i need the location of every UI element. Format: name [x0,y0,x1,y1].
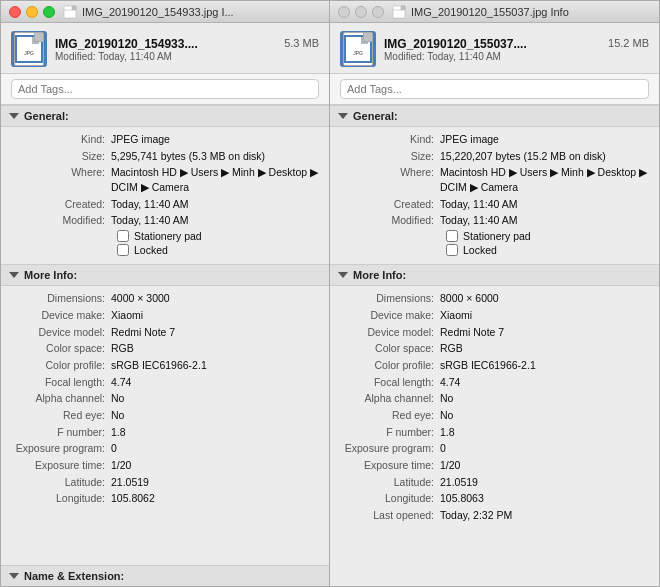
more-info-row-0-10: Exposure time:1/20 [11,458,319,473]
more-info-label-1-13: Last opened: [340,508,440,523]
more-info-value-1-13: Today, 2:32 PM [440,508,649,523]
maximize-button-2[interactable] [372,6,384,18]
more-info-content-1: Dimensions:4000 × 3000Device make:Xiaomi… [1,286,329,514]
traffic-lights-1 [9,6,55,18]
modified-value: Today, 11:40 AM [111,213,319,228]
general-section-title-1: General: [24,110,69,122]
more-info-value-0-10: 1/20 [111,458,319,473]
size-row-2: Size: 15,220,207 bytes (15.2 MB on disk) [340,149,649,164]
more-info-row-0-2: Device model:Redmi Note 7 [11,325,319,340]
more-info-value-1-11: 21.0519 [440,475,649,490]
stationery-pad-checkbox-2[interactable] [446,230,458,242]
file-header-1: JPG IMG_20190120_154933.... Modified: To… [1,23,329,74]
stationery-pad-row-1: Stationery pad [117,230,319,242]
more-info-label-0-12: Longitude: [11,491,111,506]
name-section-title-1: Name & Extension: [24,570,124,582]
more-info-row-1-4: Color profile:sRGB IEC61966-2.1 [340,358,649,373]
more-info-label-1-3: Color space: [340,341,440,356]
created-label: Created: [11,197,111,212]
tags-input-1[interactable] [11,79,319,99]
general-section-header-2[interactable]: General: [330,105,659,127]
general-section-title-2: General: [353,110,398,122]
kind-label: Kind: [11,132,111,147]
created-value-2: Today, 11:40 AM [440,197,649,212]
more-info-label-1-7: Red eye: [340,408,440,423]
more-info-label-0-4: Color profile: [11,358,111,373]
more-info-value-1-3: RGB [440,341,649,356]
more-info-label-0-10: Exposure time: [11,458,111,473]
more-info-label-0-0: Dimensions: [11,291,111,306]
triangle-icon-more-2 [338,272,348,278]
minimize-button[interactable] [26,6,38,18]
more-info-section-header-2[interactable]: More Info: [330,264,659,286]
file-name-1: IMG_20190120_154933.... [55,37,319,51]
minimize-button-2[interactable] [355,6,367,18]
file-modified-1: Modified: Today, 11:40 AM [55,51,319,62]
triangle-icon-1 [9,113,19,119]
more-info-value-0-8: 1.8 [111,425,319,440]
created-row-2: Created: Today, 11:40 AM [340,197,649,212]
more-info-row-1-6: Alpha channel:No [340,391,649,406]
modified-label-2: Modified: [340,213,440,228]
more-info-section-header-1[interactable]: More Info: [1,264,329,286]
more-info-value-1-6: No [440,391,649,406]
window-icon [63,5,77,19]
size-label-2: Size: [340,149,440,164]
more-info-row-1-7: Red eye:No [340,408,649,423]
more-info-label-1-0: Dimensions: [340,291,440,306]
maximize-button[interactable] [43,6,55,18]
locked-label-1: Locked [134,244,168,256]
tags-section-1 [1,74,329,105]
more-info-row-1-3: Color space:RGB [340,341,649,356]
more-info-row-1-2: Device model:Redmi Note 7 [340,325,649,340]
more-info-label-0-5: Focal length: [11,375,111,390]
stationery-pad-checkbox-1[interactable] [117,230,129,242]
where-label-2: Where: [340,165,440,194]
window-icon-2 [392,5,406,19]
more-info-label-0-3: Color space: [11,341,111,356]
more-info-row-1-1: Device make:Xiaomi [340,308,649,323]
more-info-value-0-3: RGB [111,341,319,356]
more-info-row-0-5: Focal length:4.74 [11,375,319,390]
more-info-row-0-1: Device make:Xiaomi [11,308,319,323]
more-info-row-1-0: Dimensions:8000 × 6000 [340,291,649,306]
close-button[interactable] [9,6,21,18]
name-section-header-1[interactable]: Name & Extension: [1,565,329,586]
titlebar-title-1: IMG_20190120_154933.jpg I... [82,6,234,18]
more-info-value-1-5: 4.74 [440,375,649,390]
stationery-pad-label-2: Stationery pad [463,230,531,242]
more-info-value-1-8: 1.8 [440,425,649,440]
locked-label-2: Locked [463,244,497,256]
where-value: Macintosh HD ▶ Users ▶ Minh ▶ Desktop ▶ … [111,165,319,194]
more-info-row-1-13: Last opened:Today, 2:32 PM [340,508,649,523]
size-label: Size: [11,149,111,164]
created-value: Today, 11:40 AM [111,197,319,212]
file-size-2: 15.2 MB [608,37,649,49]
more-info-value-0-9: 0 [111,441,319,456]
more-info-row-1-5: Focal length:4.74 [340,375,649,390]
scroll-area-2: General: Kind: JPEG image Size: 15,220,2… [330,105,659,586]
tags-input-2[interactable] [340,79,649,99]
svg-text:JPG: JPG [353,50,363,56]
stationery-pad-row-2: Stationery pad [446,230,649,242]
more-info-label-1-5: Focal length: [340,375,440,390]
triangle-icon-2 [338,113,348,119]
more-info-row-1-9: Exposure program:0 [340,441,649,456]
close-button-2[interactable] [338,6,350,18]
locked-checkbox-2[interactable] [446,244,458,256]
svg-rect-4 [17,37,41,61]
more-info-label-1-9: Exposure program: [340,441,440,456]
more-info-row-1-11: Latitude:21.0519 [340,475,649,490]
more-info-content-2: Dimensions:8000 × 6000Device make:Xiaomi… [330,286,659,531]
modified-row: Modified: Today, 11:40 AM [11,213,319,228]
triangle-icon-name-1 [9,573,19,579]
size-value: 5,295,741 bytes (5.3 MB on disk) [111,149,319,164]
more-info-label-1-12: Longitude: [340,491,440,506]
general-section-header-1[interactable]: General: [1,105,329,127]
file-header-2: JPG IMG_20190120_155037.... Modified: To… [330,23,659,74]
locked-checkbox-1[interactable] [117,244,129,256]
more-info-label-1-11: Latitude: [340,475,440,490]
kind-value-2: JPEG image [440,132,649,147]
more-info-label-0-1: Device make: [11,308,111,323]
more-info-label-0-2: Device model: [11,325,111,340]
